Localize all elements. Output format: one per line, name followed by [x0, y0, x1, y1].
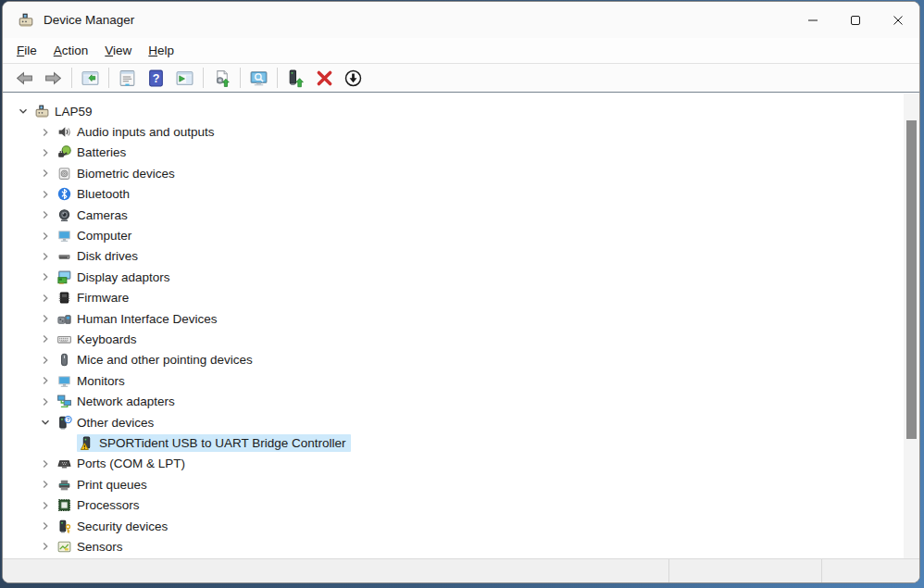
menu-item-action[interactable]: Action — [45, 40, 97, 61]
tree-item-keyboards[interactable]: Keyboards — [3, 329, 904, 349]
row-content[interactable]: Print queues — [55, 476, 152, 494]
tree-item-ports-com-lpt[interactable]: Ports (COM & LPT) — [3, 454, 904, 474]
chevron-right-icon[interactable] — [36, 332, 55, 346]
chevron-right-icon[interactable] — [36, 229, 55, 244]
chevron-right-icon[interactable] — [36, 373, 55, 388]
row-content[interactable]: Security devices — [55, 518, 172, 535]
show-action-pane-button[interactable] — [170, 66, 199, 91]
chevron-right-icon[interactable] — [36, 477, 55, 492]
tree-item-disk-drives[interactable]: Disk drives — [3, 246, 904, 267]
row-content[interactable]: Bluetooth — [55, 185, 134, 203]
chevron-right-icon[interactable] — [36, 269, 55, 284]
row-content[interactable]: Computer — [55, 227, 136, 244]
tree-item-bluetooth[interactable]: Bluetooth — [3, 184, 904, 205]
chevron-right-icon[interactable] — [36, 457, 55, 471]
mouse-icon — [56, 352, 72, 368]
tree-item-label: Cameras — [77, 208, 128, 222]
back-button[interactable] — [10, 66, 39, 91]
scrollbar-thumb[interactable] — [906, 120, 917, 439]
row-content[interactable]: Batteries — [55, 144, 131, 161]
tree-item-print-queues[interactable]: Print queues — [3, 474, 904, 494]
row-content[interactable]: Display adaptors — [55, 269, 175, 286]
selected-row-content[interactable]: SPORTident USB to UART Bridge Controller — [77, 434, 351, 452]
chevron-right-icon[interactable] — [36, 311, 55, 326]
chevron-down-icon[interactable] — [14, 104, 32, 119]
tree-item-audio-inputs-and-outputs[interactable]: Audio inputs and outputs — [3, 121, 904, 142]
tree-item-firmware[interactable]: Firmware — [3, 288, 904, 308]
minimize-button[interactable] — [792, 2, 834, 38]
chevron-right-icon[interactable] — [36, 291, 55, 306]
row-content[interactable]: Monitors — [55, 372, 130, 390]
maximize-button[interactable] — [834, 2, 877, 38]
bluetooth-icon — [56, 186, 72, 202]
add-driver-button[interactable] — [281, 66, 310, 91]
row-content[interactable]: Network adapters — [55, 393, 180, 410]
row-content[interactable]: Cameras — [55, 206, 132, 224]
update-driver-button[interactable] — [207, 66, 236, 91]
disable-device-button[interactable] — [339, 66, 368, 91]
row-content[interactable]: ?Other devices — [55, 414, 158, 432]
tree-item-computer[interactable]: Computer — [3, 225, 904, 245]
tree-item-processors[interactable]: Processors — [3, 494, 904, 515]
row-content[interactable]: Keyboards — [55, 331, 142, 348]
row-content[interactable]: Audio inputs and outputs — [55, 123, 219, 141]
other-device-icon: ? — [56, 415, 72, 431]
row-content[interactable]: Human Interface Devices — [55, 310, 222, 328]
tree-item-network-adapters[interactable]: Network adapters — [3, 391, 904, 411]
chevron-right-icon[interactable] — [36, 166, 55, 181]
update-driver-icon — [212, 69, 231, 88]
tree-item-batteries[interactable]: Batteries — [3, 143, 904, 163]
chevron-right-icon[interactable] — [36, 353, 55, 368]
row-content[interactable]: Biometric devices — [55, 165, 180, 182]
back-arrow-icon — [15, 69, 34, 88]
vertical-scrollbar[interactable] — [904, 94, 919, 558]
properties-button[interactable] — [113, 66, 142, 91]
row-content[interactable]: Firmware — [55, 289, 133, 307]
display-adapter-icon — [56, 269, 72, 285]
menu-item-view[interactable]: View — [96, 40, 140, 61]
chevron-right-icon[interactable] — [36, 249, 55, 264]
close-button[interactable] — [877, 2, 919, 38]
uninstall-device-button[interactable] — [310, 66, 339, 91]
tree-item-label: Human Interface Devices — [77, 312, 218, 326]
row-content[interactable]: LAP59 — [32, 103, 97, 120]
menu-item-help[interactable]: Help — [140, 40, 182, 61]
chevron-right-icon[interactable] — [36, 125, 55, 140]
row-content[interactable]: Ports (COM & LPT) — [55, 455, 190, 472]
chevron-right-icon[interactable] — [36, 498, 55, 513]
tree-item-mice-and-other-pointing-devices[interactable]: Mice and other pointing devices — [3, 350, 904, 370]
tree-item-label: Keyboards — [77, 332, 137, 346]
menu-item-file[interactable]: File — [8, 40, 45, 61]
camera-icon — [56, 207, 72, 223]
show-console-tree-button[interactable] — [76, 66, 105, 91]
row-content[interactable]: Disk drives — [55, 247, 143, 265]
forward-button[interactable] — [39, 66, 68, 91]
tree-item-display-adaptors[interactable]: Display adaptors — [3, 267, 904, 287]
tree-item-sensors[interactable]: Sensors — [3, 536, 904, 557]
chevron-right-icon[interactable] — [36, 187, 55, 202]
tree-item-lap59[interactable]: LAP59 — [3, 101, 904, 121]
row-content[interactable]: Processors — [55, 496, 144, 514]
toolbar-separator — [71, 68, 72, 88]
tree-item-sportident-usb-to-uart-bridge-controller[interactable]: SPORTident USB to UART Bridge Controller — [3, 432, 904, 453]
tree-item-monitors[interactable]: Monitors — [3, 370, 904, 391]
chevron-right-icon[interactable] — [36, 207, 55, 222]
chevron-right-icon[interactable] — [36, 519, 55, 533]
chevron-right-icon[interactable] — [36, 145, 55, 160]
chevron-down-icon[interactable] — [36, 415, 55, 430]
tree-item-human-interface-devices[interactable]: Human Interface Devices — [3, 308, 904, 329]
chevron-right-icon[interactable] — [36, 539, 55, 554]
status-bar — [3, 558, 919, 582]
row-content[interactable]: Mice and other pointing devices — [55, 351, 257, 369]
tree-item-cameras[interactable]: Cameras — [3, 205, 904, 225]
chevron-right-icon[interactable] — [36, 394, 55, 409]
help-button[interactable]: ? — [142, 66, 170, 91]
scan-hardware-changes-button[interactable] — [244, 66, 273, 91]
title-bar: Device Manager — [3, 2, 919, 38]
tree-item-security-devices[interactable]: Security devices — [3, 516, 904, 536]
tree-item-biometric-devices[interactable]: Biometric devices — [3, 163, 904, 183]
tree-item-other-devices[interactable]: ?Other devices — [3, 412, 904, 432]
tree-item-label: Biometric devices — [77, 167, 175, 181]
row-content[interactable]: Sensors — [55, 538, 128, 556]
hid-icon — [56, 311, 72, 327]
